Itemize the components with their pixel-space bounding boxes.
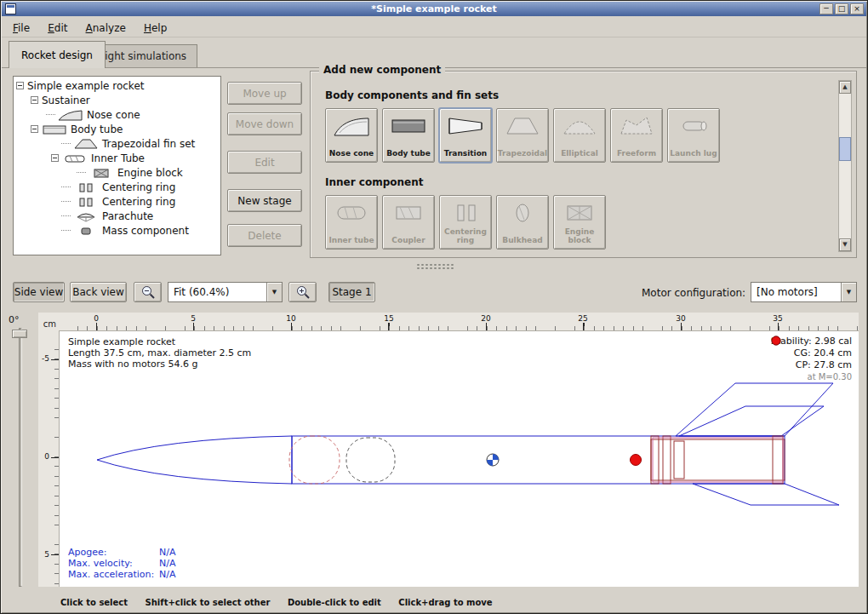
add-launch-lug-button[interactable]: Launch lug xyxy=(667,108,720,163)
tree-connector xyxy=(61,186,71,187)
tree-item-body-tube[interactable]: Body tube xyxy=(14,122,220,136)
stage-1-toggle[interactable]: Stage 1 xyxy=(328,282,375,302)
centering-ring-outline[interactable] xyxy=(773,436,783,484)
fin-outline[interactable] xyxy=(679,406,824,436)
zoom-out-icon xyxy=(140,284,156,300)
status-bar: Click to select Shift+click to select ot… xyxy=(60,598,507,607)
inner-tube-outline[interactable] xyxy=(651,439,785,480)
chevron-down-icon[interactable]: ▼ xyxy=(266,283,282,301)
scrollbar-thumb[interactable] xyxy=(839,137,851,161)
zoom-in-button[interactable] xyxy=(288,282,317,302)
tree-item-label: Engine block xyxy=(117,167,183,179)
add-nose-cone-button[interactable]: Nose cone xyxy=(325,108,378,163)
scroll-down-icon[interactable]: ▼ xyxy=(839,238,851,251)
engine-block-outline[interactable] xyxy=(674,441,684,479)
add-elliptical-button[interactable]: Elliptical xyxy=(553,108,606,163)
tree-item-nose-cone[interactable]: Nose cone xyxy=(14,107,220,122)
add-inner-tube-button[interactable]: Inner tube xyxy=(325,195,378,250)
parachute-outline[interactable] xyxy=(289,436,340,484)
nose-cone-icon xyxy=(58,109,83,121)
rotation-label: 0° xyxy=(9,314,20,325)
fin-outline[interactable] xyxy=(693,484,839,505)
collapse-icon[interactable] xyxy=(51,154,59,162)
flight-data-label: Max. velocity: xyxy=(68,558,159,569)
design-tree: Simple example rocket Sustainer Nose con… xyxy=(13,76,221,255)
add-coupler-button[interactable]: Coupler xyxy=(382,195,435,250)
tree-item-label: Centering ring xyxy=(102,181,175,193)
rotation-slider-handle[interactable] xyxy=(12,330,27,338)
tree-item-fin-set[interactable]: Trapezoidal fin set xyxy=(14,136,220,151)
menu-edit[interactable]: Edit xyxy=(41,20,74,37)
tree-item-centering-ring-2[interactable]: Centering ring xyxy=(14,194,220,209)
fin-tab-outline xyxy=(653,438,783,482)
tree-item-inner-tube[interactable]: Inner Tube xyxy=(14,151,220,165)
move-up-button[interactable]: Move up xyxy=(227,82,302,105)
title-bar[interactable]: *Simple example rocket ─ □ × xyxy=(2,2,866,16)
tree-item-rocket[interactable]: Simple example rocket xyxy=(14,78,220,93)
new-stage-button[interactable]: New stage xyxy=(227,189,302,212)
zoom-combo[interactable]: Fit (60.4%) ▼ xyxy=(168,282,283,302)
window-title: *Simple example rocket xyxy=(371,3,496,14)
motor-config-value: [No motors] xyxy=(751,286,818,298)
tree-item-centering-ring-1[interactable]: Centering ring xyxy=(14,180,220,194)
zoom-in-icon xyxy=(295,284,311,300)
body-tube-outline[interactable] xyxy=(292,436,785,484)
chevron-down-icon[interactable]: ▼ xyxy=(841,283,856,301)
delete-button[interactable]: Delete xyxy=(227,224,302,247)
body-tube-icon xyxy=(42,123,67,135)
component-scrollbar[interactable]: ▲ ▼ xyxy=(838,80,852,252)
tree-connector xyxy=(46,114,55,115)
flight-data-label: Apogee: xyxy=(68,547,159,558)
tree-item-engine-block[interactable]: Engine block xyxy=(14,165,220,180)
tree-item-label: Simple example rocket xyxy=(27,80,144,92)
trapezoidal-fin-icon xyxy=(504,115,541,137)
side-view-button[interactable]: Side view xyxy=(13,282,65,302)
collapse-icon[interactable] xyxy=(31,125,38,133)
tree-item-label: Mass component xyxy=(102,225,189,237)
flight-data: Apogee:N/A Max. velocity:N/A Max. accele… xyxy=(68,547,175,580)
rotation-slider-track[interactable] xyxy=(19,328,22,587)
add-trapezoidal-button[interactable]: Trapezoidal xyxy=(496,108,549,163)
centering-ring-outline[interactable] xyxy=(651,436,659,484)
minimize-icon[interactable]: ─ xyxy=(819,3,833,14)
rocket-name: Simple example rocket xyxy=(68,336,251,347)
add-engine-block-button[interactable]: Engine block xyxy=(553,195,606,250)
tree-item-label: Inner Tube xyxy=(91,152,145,164)
app-icon[interactable] xyxy=(5,3,16,14)
add-body-tube-button[interactable]: Body tube xyxy=(382,108,435,163)
maximize-icon[interactable]: □ xyxy=(835,3,848,14)
ruler-tick-label: 0 xyxy=(44,452,49,461)
tab-rocket-design[interactable]: Rocket design xyxy=(9,41,106,68)
menu-file[interactable]: File xyxy=(6,20,37,37)
back-view-button[interactable]: Back view xyxy=(70,282,127,302)
tree-item-parachute[interactable]: Parachute xyxy=(14,209,220,223)
tree-item-sustainer[interactable]: Sustainer xyxy=(14,93,220,107)
cg-value: CG: 20.4 cm xyxy=(794,347,852,359)
scroll-up-icon[interactable]: ▲ xyxy=(839,81,851,94)
edit-button[interactable]: Edit xyxy=(227,151,302,174)
add-freeform-button[interactable]: Freeform xyxy=(610,108,663,163)
menu-analyze[interactable]: Analyze xyxy=(79,20,133,37)
centering-ring-outline[interactable] xyxy=(663,436,671,484)
add-centering-ring-button[interactable]: Centering ring xyxy=(439,195,492,250)
component-button-label: Coupler xyxy=(391,236,425,249)
mass-component-outline[interactable] xyxy=(346,438,395,482)
component-button-label: Centering ring xyxy=(440,227,491,249)
nose-cone-outline[interactable] xyxy=(97,436,292,484)
collapse-icon[interactable] xyxy=(16,82,24,89)
fin-outline[interactable] xyxy=(676,383,833,436)
component-button-label: Freeform xyxy=(617,149,656,162)
add-bulkhead-button[interactable]: Bulkhead xyxy=(496,195,549,250)
rocket-canvas[interactable]: Simple example rocket Length 37.5 cm, ma… xyxy=(59,330,859,587)
collapse-icon[interactable] xyxy=(31,96,38,104)
motor-config-combo[interactable]: [No motors] ▼ xyxy=(751,282,857,302)
zoom-out-button[interactable] xyxy=(134,282,162,302)
splitter-handle[interactable] xyxy=(416,263,455,271)
move-down-button[interactable]: Move down xyxy=(227,112,302,135)
tree-item-label: Sustainer xyxy=(42,95,90,106)
close-icon[interactable]: × xyxy=(850,3,864,14)
menu-help[interactable]: Help xyxy=(137,20,174,37)
component-button-label: Bulkhead xyxy=(502,236,542,249)
add-transition-button[interactable]: Transition xyxy=(439,108,492,163)
tree-item-mass-component[interactable]: Mass component xyxy=(14,223,220,238)
